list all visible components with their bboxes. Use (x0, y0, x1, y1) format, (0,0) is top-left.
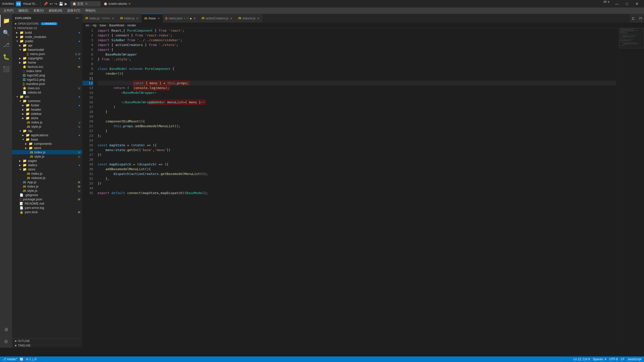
tab-index-sidebar-close[interactable]: × (112, 16, 115, 20)
open-editors-section[interactable]: ▶ OPEN EDITORS 1 UNSAVED (12, 21, 82, 26)
activity-search[interactable]: 🔍 (0, 27, 12, 39)
menu-file[interactable]: 文件(F) (1, 8, 16, 14)
tree-item-logo192[interactable]: 🖼 logo192.png (12, 73, 82, 77)
tree-item-index-js-store[interactable]: JS index.js (12, 171, 82, 176)
tree-item-yarn-lock[interactable]: 🔒 yarn.lock M (12, 210, 82, 214)
tree-item-basemodel[interactable]: ▼ 📁 basemodel (12, 48, 82, 52)
tree-item-build[interactable]: ▶ 📁 build ● (12, 30, 82, 35)
tree-item-package-json[interactable]: {} package.json M (12, 197, 82, 201)
menu-view[interactable]: 查看(V) (31, 8, 46, 14)
tree-item-statics[interactable]: ▶ 📁 statics ● (12, 163, 82, 167)
tree-item-store-nlp[interactable]: ▶ 📁 store (12, 146, 82, 150)
status-eol[interactable]: LF (619, 357, 626, 361)
tab-action-creators[interactable]: JS actionCreators.js × (199, 14, 235, 23)
toggle-panel-btn[interactable]: ⊓ (637, 14, 644, 23)
status-sync[interactable]: 🔄 (19, 356, 24, 362)
tab-index-sidebar[interactable]: JS index.js /sidebar × (83, 14, 117, 23)
status-language[interactable]: JavaScript (626, 357, 643, 361)
status-position[interactable]: Ln 12, Col 9 (572, 357, 591, 361)
tree-item-components[interactable]: ▶ 📁 components (12, 142, 82, 146)
tree-item-style-js-base[interactable]: JS style.js U (12, 154, 82, 159)
tab-reducer[interactable]: JS reducer.js × (235, 14, 262, 23)
tree-item-copyrights[interactable]: ▶ 📁 copyrights ● (12, 56, 82, 60)
tree-item-pages[interactable]: ▶ 📁 pages (12, 159, 82, 163)
outline-section[interactable]: ▶ OUTLINE (12, 338, 82, 343)
close-tab-icon[interactable]: ✕ (128, 2, 131, 6)
minimize-btn[interactable]: — (612, 0, 622, 8)
tab-reducer-close[interactable]: × (257, 16, 260, 20)
activity-settings[interactable]: ⚙ (0, 336, 12, 348)
tree-item-index-html[interactable]: ◻ index.html (12, 69, 82, 73)
tree-item-robots[interactable]: 📄 robots.txt (12, 90, 82, 95)
frontend-v2-section[interactable]: ▼ FRONTEND-V2 (12, 26, 82, 30)
pin-icon[interactable]: 📌 (44, 2, 48, 6)
tree-item-public[interactable]: ▼ 📁 public ● (12, 39, 82, 43)
tree-item-index-js-src[interactable]: JS index.js M (12, 184, 82, 189)
breadcrumb-src[interactable]: src (86, 24, 90, 27)
tree-item-footer[interactable]: ▶ 📁 footer ● (12, 103, 82, 107)
tab-base-active[interactable]: JS /base × (142, 14, 163, 23)
breadcrumb-nlp[interactable]: nlp (93, 24, 97, 27)
tree-item-sidebar-folder[interactable]: ▶ 📁 sidebar (12, 112, 82, 116)
split-editor-btn[interactable]: ⊏ (630, 14, 637, 23)
code-content[interactable]: import React,{ PureComponent } from 'rea… (95, 28, 619, 348)
breadcrumb-basemodel[interactable]: BaseModel (109, 24, 124, 27)
activity-extensions[interactable]: ⬛ (0, 63, 12, 75)
tree-item-readme[interactable]: 📝 README.md (12, 201, 82, 206)
menu-tab[interactable]: 选项卡(T) (65, 8, 83, 14)
tree-item-logo512[interactable]: 🖼 logo512.png (12, 77, 82, 82)
tree-item-store-common[interactable]: ▶ 📁 store (12, 116, 82, 120)
activities-label[interactable]: Activities (2, 2, 14, 6)
tree-item-header[interactable]: ▶ 📁 header (12, 107, 82, 112)
tree-item-nlp[interactable]: ▼ 📁 nlp (12, 129, 82, 133)
tree-item-manifest[interactable]: {} manifest.json (12, 82, 82, 86)
run-icon[interactable]: ▶ (65, 2, 67, 6)
minimap[interactable] (619, 28, 644, 348)
tree-item-reducer-js[interactable]: JS reducer.js (12, 176, 82, 180)
tree-item-rises[interactable]: ⭐ rises.ico U (12, 86, 82, 90)
back-icon[interactable]: ↩ (50, 2, 53, 6)
search-input-container[interactable]: 🏠 主页 ✕ (70, 1, 101, 7)
menu-vm[interactable]: 虚拟机(M) (46, 8, 65, 14)
tree-item-applications[interactable]: ▶ 📁 applications ● (12, 133, 82, 137)
tree-item-favicon[interactable]: ⭐ favicon.ico M (12, 65, 82, 69)
activity-explorer[interactable]: 📁 (0, 15, 12, 27)
breadcrumb-render[interactable]: render (127, 24, 136, 27)
status-git-branch[interactable]: ⎇ master* (1, 356, 19, 362)
tree-item-yarn-error-log[interactable]: 📄 yarn-error.log (12, 206, 82, 210)
tree-item-app-js[interactable]: JS App.js M (12, 180, 82, 184)
tree-item-store-src[interactable]: ▼ 📁 store (12, 167, 82, 171)
tree-item-common[interactable]: ▼ 📁 common (12, 99, 82, 103)
menu-edit[interactable]: 编辑(E) (16, 8, 31, 14)
tree-item-gitignore[interactable]: 📄 .gitignore (12, 193, 82, 197)
status-spaces[interactable]: Spaces: 4 (591, 357, 608, 361)
tree-item-index-js-base[interactable]: JS index.js U (12, 150, 82, 154)
tab-index-js-close[interactable]: × (136, 16, 139, 20)
tree-item-home[interactable]: ▶ 📁 home (12, 60, 82, 65)
tree-item-node-modules[interactable]: ▶ 📁 node_modules (12, 35, 82, 39)
activity-remote[interactable]: 🖥 (0, 324, 12, 336)
sidebar-more-icon[interactable]: ··· (75, 16, 79, 20)
tab-action-creators-close[interactable]: × (230, 16, 233, 20)
tree-item-api[interactable]: ▶ 📁 api (12, 43, 82, 48)
tab-base-close[interactable]: × (157, 16, 160, 20)
tab-menu-json-close[interactable]: × (193, 16, 196, 20)
timeline-section[interactable]: ▶ TIMELINE (12, 343, 82, 348)
tree-item-base[interactable]: ▼ 📁 base (12, 137, 82, 142)
status-encoding[interactable]: UTF-8 (608, 357, 619, 361)
activity-git[interactable]: ⎇ (0, 39, 12, 51)
tree-item-style-js-common[interactable]: JS style.js U (12, 124, 82, 129)
close-btn[interactable]: ✕ (632, 0, 642, 8)
forward-icon[interactable]: ↪ (54, 2, 57, 6)
tree-item-style-js-src[interactable]: JS style.js U (12, 189, 82, 193)
tree-item-menu-json[interactable]: {} menu.json 1, U (12, 52, 82, 56)
tab-index-js[interactable]: JS index.js × (117, 14, 142, 23)
maximize-btn[interactable]: □ (622, 0, 632, 8)
status-errors[interactable]: ⊘ 1 △ 0 (24, 356, 38, 362)
tab-menu-json[interactable]: {} menu.json 1. U ● × (163, 14, 199, 23)
save-icon[interactable]: 💾 (59, 2, 63, 6)
tree-item-src[interactable]: ▼ 📁 src ● (12, 95, 82, 99)
breadcrumb-base[interactable]: base (100, 24, 106, 27)
menu-help[interactable]: 帮助(H) (83, 8, 98, 14)
activity-debug[interactable]: 🐛 (0, 51, 12, 63)
